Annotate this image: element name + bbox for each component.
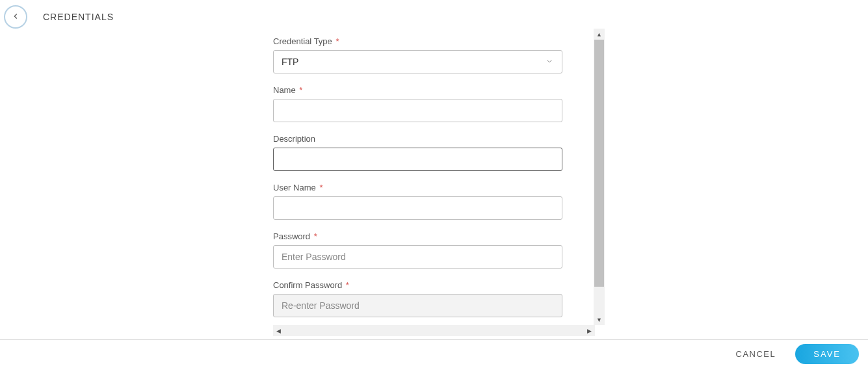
label-text: Confirm Password	[273, 280, 342, 290]
horizontal-scrollbar[interactable]: ◀ ▶	[273, 325, 595, 336]
back-button[interactable]	[4, 5, 27, 29]
save-button[interactable]: SAVE	[795, 344, 859, 364]
field-confirm-password: Confirm Password *	[273, 280, 566, 317]
footer-actions: CANCEL SAVE	[0, 339, 868, 368]
label-text: Credential Type	[273, 36, 332, 46]
description-label: Description	[273, 134, 566, 144]
label-text: User Name	[273, 183, 316, 192]
name-input[interactable]	[273, 99, 562, 122]
form-container: Credential Type * FTP Name * Description	[273, 29, 598, 325]
required-indicator: *	[319, 183, 322, 192]
user-name-input[interactable]	[273, 196, 562, 220]
page-title: CREDENTIALS	[43, 12, 114, 22]
scroll-left-arrow-icon[interactable]: ◀	[273, 325, 284, 336]
vertical-scroll-thumb[interactable]	[594, 40, 604, 287]
vertical-scrollbar[interactable]: ▲ ▼	[594, 29, 605, 325]
scroll-right-arrow-icon[interactable]: ▶	[584, 325, 595, 336]
user-name-label: User Name *	[273, 183, 566, 192]
required-indicator: *	[314, 231, 317, 241]
cancel-button[interactable]: CANCEL	[736, 349, 776, 359]
required-indicator: *	[335, 36, 339, 46]
select-value: FTP	[282, 57, 298, 67]
description-input[interactable]	[273, 148, 562, 171]
chevron-left-icon	[11, 12, 20, 23]
field-description: Description	[273, 134, 566, 171]
field-user-name: User Name *	[273, 183, 566, 220]
confirm-password-label: Confirm Password *	[273, 280, 566, 290]
required-indicator: *	[346, 280, 349, 290]
field-credential-type: Credential Type * FTP	[273, 36, 566, 73]
scroll-down-arrow-icon[interactable]: ▼	[594, 314, 605, 325]
field-name: Name *	[273, 85, 566, 122]
name-label: Name *	[273, 85, 566, 95]
scroll-up-arrow-icon[interactable]: ▲	[594, 29, 605, 40]
label-text: Name	[273, 85, 296, 95]
confirm-password-input[interactable]	[273, 294, 562, 317]
form-scroll-area: Credential Type * FTP Name * Description	[273, 29, 572, 325]
required-indicator: *	[299, 85, 302, 95]
credential-type-label: Credential Type *	[273, 36, 566, 46]
chevron-down-icon	[545, 57, 554, 68]
label-text: Password	[273, 231, 310, 241]
password-label: Password *	[273, 231, 566, 241]
credential-type-select[interactable]: FTP	[273, 50, 562, 73]
password-input[interactable]	[273, 245, 562, 269]
field-password: Password *	[273, 231, 566, 269]
